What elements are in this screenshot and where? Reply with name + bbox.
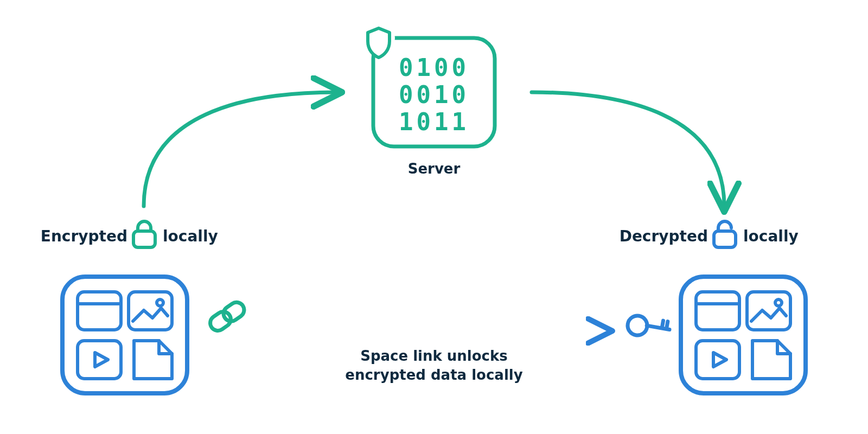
link-caption-2: encrypted data locally [345, 367, 522, 383]
server-binary-2: 1011 [399, 108, 469, 136]
svg-rect-11 [696, 292, 739, 330]
lock-closed-icon [133, 221, 155, 247]
content-tile-right [681, 277, 806, 393]
svg-rect-3 [714, 231, 736, 247]
server-binary-1: 0010 [399, 81, 469, 108]
lock-open-icon [714, 221, 736, 247]
server-node: 0100 0010 1011 [362, 22, 495, 146]
svg-rect-2 [133, 231, 155, 247]
window-icon [696, 292, 739, 330]
key-icon [624, 302, 672, 349]
video-icon [78, 341, 121, 379]
decrypted-label-prefix: Decrypted [620, 227, 708, 245]
file-icon [752, 341, 790, 379]
arrow-server-to-decrypt [532, 92, 724, 206]
svg-rect-17 [221, 299, 247, 324]
decrypted-label-suffix: locally [743, 227, 799, 245]
file-icon [134, 341, 172, 379]
arrow-encrypt-to-server [144, 92, 336, 206]
svg-rect-15 [696, 341, 739, 379]
image-icon [129, 292, 172, 330]
video-icon [696, 341, 739, 379]
encrypted-label-prefix: Encrypted [41, 227, 127, 245]
window-icon [78, 292, 121, 330]
svg-rect-5 [78, 292, 121, 330]
content-tile-left [62, 277, 187, 393]
svg-point-14 [775, 299, 782, 306]
encrypted-label-suffix: locally [163, 227, 218, 245]
server-label: Server [408, 161, 461, 177]
svg-rect-9 [78, 341, 121, 379]
shield-icon [362, 22, 395, 58]
decrypted-locally: Decrypted locally [620, 221, 799, 247]
svg-point-8 [157, 299, 163, 306]
chain-link-icon [207, 299, 247, 334]
image-icon [747, 292, 790, 330]
link-caption-1: Space link unlocks [360, 348, 508, 364]
server-binary-0: 0100 [399, 54, 469, 81]
encryption-flow-diagram: 0100 0010 1011 Server Encrypted locally … [0, 0, 868, 434]
encrypted-locally: Encrypted locally [41, 221, 218, 247]
